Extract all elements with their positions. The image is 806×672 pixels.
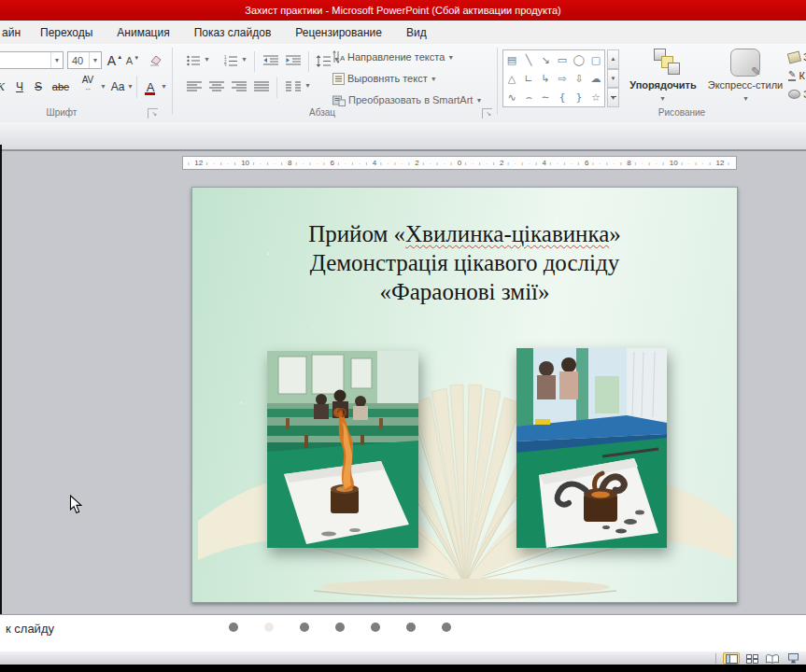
shape-elbow-arrow-connector-icon[interactable]: ↳ [537, 69, 554, 88]
slide-dot-6[interactable] [406, 623, 416, 632]
chevron-down-icon[interactable]: ▼ [659, 95, 666, 102]
chevron-down-icon: ▼ [431, 76, 437, 82]
chevron-down-icon[interactable]: ▼ [204, 56, 210, 63]
scroll-up-button[interactable]: ▲ [607, 49, 619, 69]
shrink-font-button[interactable]: A▼ [125, 51, 140, 70]
tab-5[interactable]: Вид [394, 26, 439, 39]
brush-icon: ✎ [751, 64, 761, 78]
smartart-icon [332, 94, 346, 106]
slide-dot-4[interactable] [335, 623, 345, 632]
slide-dot-7[interactable] [442, 623, 451, 632]
photo-experiment-flame[interactable] [267, 351, 418, 548]
align-text-button[interactable]: Выровнять текст ▼ [332, 71, 437, 86]
shadow-button[interactable]: S [31, 77, 46, 96]
shape-scribble-icon[interactable]: ∿ [503, 88, 520, 106]
shape-elbow-connector-icon[interactable]: ∟ [520, 69, 537, 88]
chevron-down-icon[interactable]: ▼ [241, 56, 247, 63]
slide-dot-3[interactable] [300, 623, 309, 632]
align-right-button[interactable] [230, 77, 248, 96]
notes-bar[interactable]: к слайду [0, 614, 806, 651]
shape-right-arrow-icon[interactable]: ⇨ [554, 69, 571, 88]
scroll-down-button[interactable]: ▼ [607, 69, 619, 89]
font-color-button[interactable]: A [142, 77, 159, 96]
spellcheck-marked-text: Хвилинка-цікавинка [405, 221, 609, 246]
shape-star-icon[interactable]: ☆ [587, 88, 604, 106]
shape-cloud-icon[interactable]: ☁ [587, 69, 604, 88]
tab-3[interactable]: Показ слайдов [182, 26, 284, 39]
chevron-down-icon[interactable]: ▼ [161, 83, 167, 90]
clear-formatting-button[interactable] [146, 50, 166, 69]
decrease-indent-button[interactable] [262, 51, 280, 70]
text-direction-button[interactable]: A Направление текста ▼ [332, 49, 454, 64]
slideshow-icon [787, 653, 799, 664]
tab-4[interactable]: Рецензирование [283, 26, 394, 39]
photo-experiment-result[interactable] [516, 348, 667, 548]
shape-arc-icon[interactable]: ⌢ [520, 88, 537, 106]
slideshow-view-button[interactable] [785, 652, 801, 665]
slide-title[interactable]: Прийом «Хвилинка-цікавинка» Демонстрація… [192, 219, 737, 306]
numbering-button[interactable]: 123 [222, 51, 239, 70]
font-group-label: Шрифт [47, 107, 78, 118]
shape-right-brace-icon[interactable]: } [571, 88, 587, 106]
font-dialog-launcher[interactable]: ↘ [148, 108, 158, 119]
columns-button[interactable] [284, 77, 303, 96]
slide-sorter-icon [746, 654, 758, 664]
line-spacing-button[interactable] [314, 51, 332, 70]
bullets-button[interactable] [185, 51, 202, 70]
grow-font-button[interactable]: A▲ [106, 51, 123, 70]
align-center-button[interactable] [207, 77, 226, 96]
chevron-down-icon: ▼ [447, 54, 454, 61]
shape-isosceles-triangle-icon[interactable]: △ [503, 69, 520, 88]
convert-to-smartart-button[interactable]: Преобразовать в SmartArt ▼ [332, 92, 482, 107]
columns-icon [286, 81, 301, 92]
chevron-down-icon[interactable]: ▼ [127, 83, 134, 90]
shape-effects-button[interactable]: Э [788, 87, 806, 102]
chevron-down-icon[interactable]: ▼ [100, 83, 106, 90]
chevron-down-icon[interactable]: ▼ [742, 95, 749, 102]
shape-effects-icon [788, 90, 800, 99]
chevron-down-icon: ▼ [50, 52, 63, 68]
shape-curve-icon[interactable]: ∼ [537, 88, 554, 106]
shapes-gallery: ▤╲↘▭◯▢△∟↳⇨⇩☁∿⌢∼{}☆ [502, 49, 605, 107]
change-case-button[interactable]: Aa [108, 77, 127, 96]
font-name-combo[interactable]: ▼ [0, 51, 64, 69]
slide-dot-1[interactable] [229, 623, 238, 632]
quick-styles-button[interactable]: ✎ [730, 49, 760, 77]
shape-left-brace-icon[interactable]: { [554, 88, 571, 106]
ribbon-tabs: айн ПереходыАнимацияПоказ слайдовРецензи… [0, 21, 806, 45]
tab-2[interactable]: Анимация [105, 26, 181, 39]
character-spacing-button[interactable]: AV ↔ [77, 75, 99, 93]
shape-oval-icon[interactable]: ◯ [571, 50, 587, 69]
normal-view-button[interactable] [723, 652, 740, 665]
shape-rounded-rectangle-icon[interactable]: ▢ [587, 50, 604, 69]
slide-dot-2[interactable] [264, 623, 274, 632]
chevron-down-icon[interactable]: ▼ [304, 82, 311, 89]
underline-button[interactable]: Ч [11, 77, 28, 96]
ruler-number: 4 [373, 159, 376, 167]
slide-canvas[interactable]: Прийом «Хвилинка-цікавинка» Демонстрація… [191, 187, 738, 603]
arrange-label[interactable]: Упорядочить [620, 79, 706, 91]
shape-fill-button[interactable]: З [788, 49, 806, 64]
shape-down-arrow-icon[interactable]: ⇩ [571, 69, 587, 88]
paragraph-dialog-launcher[interactable]: ↘ [482, 108, 492, 119]
strikethrough-button[interactable]: abe [49, 77, 73, 96]
shape-rectangle-icon[interactable]: ▭ [554, 50, 571, 69]
shape-line-icon[interactable]: ╲ [520, 50, 537, 69]
arrange-button[interactable] [654, 49, 680, 75]
font-size-combo[interactable]: 40 ▼ [67, 51, 102, 69]
shape-arrow-icon[interactable]: ↘ [537, 50, 554, 69]
gallery-more-button[interactable]: ▼ [607, 88, 619, 107]
align-left-button[interactable] [185, 77, 204, 96]
shape-text-box-icon[interactable]: ▤ [503, 50, 520, 69]
italic-button-partial[interactable]: К [0, 77, 6, 96]
slide-sorter-view-button[interactable] [743, 652, 760, 665]
shape-outline-button[interactable]: ✎ К [788, 68, 805, 83]
ruler-number: 12 [716, 159, 725, 167]
slide-dot-5[interactable] [371, 623, 380, 632]
justify-button[interactable] [252, 77, 271, 96]
increase-indent-button[interactable] [284, 51, 303, 70]
tab-design-partial[interactable]: айн [0, 26, 28, 39]
reading-view-button[interactable] [764, 652, 781, 665]
quick-styles-label[interactable]: Экспресс-стили [706, 79, 785, 91]
tab-1[interactable]: Переходы [28, 26, 105, 39]
